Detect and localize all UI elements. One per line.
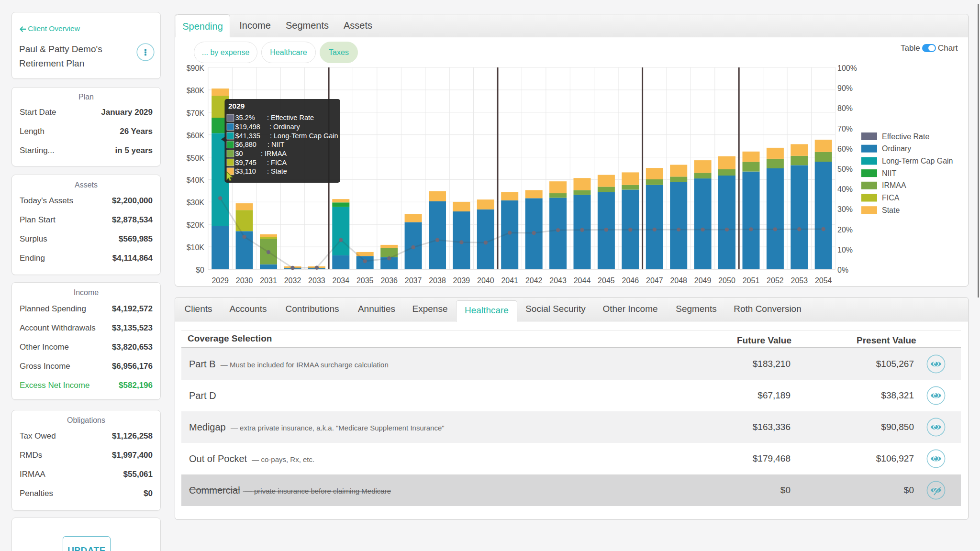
svg-text:2039: 2039	[453, 276, 470, 285]
svg-text:20%: 20%	[837, 226, 853, 234]
svg-text:2032: 2032	[284, 276, 301, 285]
svg-text:$70K: $70K	[187, 109, 205, 117]
svg-text:Ordinary: Ordinary	[882, 144, 911, 153]
svg-text:State: State	[882, 206, 900, 214]
svg-text:$41,335: $41,335	[235, 132, 260, 140]
svg-text:2033: 2033	[308, 276, 325, 285]
svg-text:2054: 2054	[815, 276, 832, 285]
svg-text:$10K: $10K	[187, 243, 205, 252]
svg-text:: FICA: : FICA	[267, 159, 287, 166]
svg-text:90%: 90%	[837, 84, 853, 92]
svg-text:$20K: $20K	[187, 221, 205, 229]
svg-text:2029: 2029	[212, 276, 229, 285]
svg-text:2053: 2053	[791, 276, 808, 285]
svg-text:100%: 100%	[837, 64, 857, 72]
svg-text:2035: 2035	[356, 276, 374, 285]
svg-text:2038: 2038	[429, 276, 446, 285]
svg-text:2034: 2034	[333, 276, 350, 285]
svg-text:2052: 2052	[767, 276, 784, 285]
svg-text:0%: 0%	[837, 266, 848, 274]
svg-text:2042: 2042	[525, 276, 543, 285]
svg-text:2041: 2041	[501, 276, 518, 285]
svg-text:2030: 2030	[236, 276, 253, 285]
svg-text:2029: 2029	[228, 102, 245, 110]
svg-text:: State: : State	[267, 167, 287, 175]
svg-text:: Ordinary: : Ordinary	[269, 123, 300, 131]
svg-text:2047: 2047	[646, 276, 663, 285]
svg-text:: Effective Rate: : Effective Rate	[267, 114, 314, 121]
svg-text:$60K: $60K	[187, 132, 205, 140]
svg-text:$50K: $50K	[187, 154, 205, 162]
svg-text:$40K: $40K	[187, 176, 205, 184]
svg-text:70%: 70%	[837, 125, 853, 133]
svg-text:NIIT: NIIT	[882, 169, 896, 177]
svg-text:2040: 2040	[477, 276, 494, 285]
svg-text:$0: $0	[235, 150, 243, 157]
svg-text:$9,745: $9,745	[235, 159, 256, 166]
svg-text:2050: 2050	[718, 276, 735, 285]
svg-text:50%: 50%	[837, 165, 853, 173]
svg-text:FICA: FICA	[882, 194, 900, 202]
svg-text:$80K: $80K	[187, 87, 205, 95]
svg-text:60%: 60%	[837, 145, 853, 153]
svg-text:: Long-Term Cap Gain: : Long-Term Cap Gain	[270, 132, 338, 140]
svg-text:2048: 2048	[670, 276, 687, 285]
svg-text:2043: 2043	[549, 276, 567, 285]
svg-text:30%: 30%	[837, 205, 853, 213]
svg-text:2046: 2046	[622, 276, 639, 285]
svg-text:10%: 10%	[837, 246, 853, 254]
svg-text:$19,498: $19,498	[235, 123, 260, 131]
svg-text:IRMAA: IRMAA	[882, 181, 906, 189]
svg-text:2044: 2044	[574, 276, 591, 285]
svg-text:80%: 80%	[837, 104, 853, 112]
svg-text:2036: 2036	[380, 276, 398, 285]
svg-text:$0: $0	[196, 266, 204, 274]
svg-text:$6,880: $6,880	[235, 141, 256, 148]
svg-text:$90K: $90K	[187, 64, 205, 72]
svg-text:Long-Term Cap Gain: Long-Term Cap Gain	[882, 157, 953, 165]
svg-text:$3,110: $3,110	[235, 167, 256, 175]
svg-text:2037: 2037	[405, 276, 422, 285]
svg-text:2049: 2049	[694, 276, 712, 285]
svg-text:2031: 2031	[260, 276, 277, 285]
svg-text:2045: 2045	[598, 276, 615, 285]
svg-text:: NIIT: : NIIT	[267, 141, 285, 148]
svg-text:40%: 40%	[837, 185, 853, 193]
svg-text:35.2%: 35.2%	[235, 114, 255, 121]
svg-text:: IRMAA: : IRMAA	[261, 150, 287, 157]
svg-text:$30K: $30K	[187, 198, 205, 207]
svg-text:2051: 2051	[743, 276, 760, 285]
svg-text:Effective Rate: Effective Rate	[882, 132, 929, 141]
